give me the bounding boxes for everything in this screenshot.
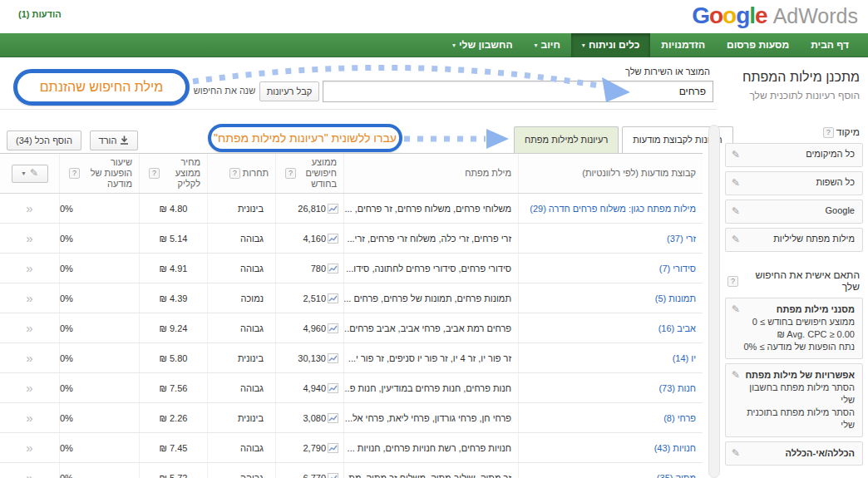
targeting-network[interactable]: ✎ Google: [725, 200, 863, 224]
add-to-plan-chevron-icon[interactable]: «: [26, 321, 32, 335]
change-search-button[interactable]: שנה את החיפוש: [193, 81, 256, 101]
chevron-down-icon: ▾: [582, 42, 585, 49]
trend-chart-icon[interactable]: [328, 204, 338, 214]
trend-chart-icon[interactable]: [328, 473, 338, 478]
avg-searches-cell: 2,790: [275, 433, 343, 462]
add-to-plan-chevron-icon[interactable]: «: [26, 471, 32, 478]
col-header-impression-share: שיעור הופעות של מודעה?: [59, 154, 139, 193]
download-button[interactable]: הורד: [90, 131, 138, 150]
notifications-link[interactable]: הודעות (1): [18, 9, 62, 19]
avg-searches-cell: 30,130: [275, 343, 343, 372]
targeting-locations[interactable]: ✎ כל המיקומים: [725, 143, 863, 167]
trend-chart-icon[interactable]: [328, 383, 338, 393]
get-ideas-button[interactable]: קבל רעיונות: [259, 81, 319, 101]
ad-group-link[interactable]: חנות (73): [658, 383, 696, 393]
trend-chart-icon[interactable]: [328, 443, 338, 453]
nav-item-4[interactable]: חיוב▾: [524, 33, 571, 57]
google-adwords-logo: GoogleAdWords: [692, 2, 858, 29]
help-icon[interactable]: ?: [149, 168, 160, 179]
avg-searches-value: 780: [311, 264, 326, 273]
pencil-icon[interactable]: ✎: [732, 303, 740, 315]
avg-searches-value: 4,940: [303, 383, 326, 393]
keyword-filters-box[interactable]: ✎ מסנני מילות מפתח ממוצע חיפושים בחודש ≥…: [725, 298, 863, 359]
help-icon[interactable]: ?: [69, 168, 80, 179]
add-to-plan-chevron-icon[interactable]: «: [26, 381, 32, 395]
col-header-avg-searches: ממוצע חיפושים בחודש?: [275, 154, 343, 193]
ad-group-link[interactable]: מילות מפתח כגון: משלוח פרחים חדרה (29): [530, 204, 696, 214]
trend-chart-icon[interactable]: [328, 353, 338, 363]
table-row: יו (14) זר פור יו, זר 4 יו, זר פור יו סנ…: [0, 343, 703, 373]
add-to-plan-chevron-icon[interactable]: «: [26, 261, 32, 275]
scrollbar[interactable]: [708, 125, 720, 478]
nav-item-2[interactable]: הזדמנויות: [650, 33, 716, 57]
table-row: חנות (73) חנות פרחים, חנות פרחים במודיעי…: [0, 373, 703, 403]
help-icon[interactable]: ?: [285, 168, 296, 179]
search-input[interactable]: [323, 81, 713, 102]
trend-chart-icon[interactable]: [328, 323, 338, 333]
pencil-icon[interactable]: ✎: [732, 447, 740, 459]
pencil-icon[interactable]: ✎: [732, 177, 740, 189]
add-to-plan-chevron-icon[interactable]: «: [26, 411, 32, 425]
page-title: מתכנן מילות המפתח: [742, 70, 860, 85]
keywords-cell: חנות פרחים, חנות פרחים במודיעין, חנות פ.…: [343, 373, 518, 402]
impression-share-cell: 0%: [59, 194, 139, 223]
impression-share-cell: 0%: [59, 313, 139, 342]
trend-chart-icon[interactable]: [328, 293, 338, 303]
pencil-icon[interactable]: ✎: [732, 369, 740, 381]
keyword-options-box[interactable]: ✎ אפשרויות של מילות מפתח הסתר מילות מפתח…: [725, 363, 863, 437]
adwords-logo-text: AdWords: [773, 4, 858, 27]
avg-searches-cell: 780: [275, 254, 343, 283]
ad-group-link[interactable]: תמונות (5): [655, 293, 696, 303]
add-to-plan-chevron-icon[interactable]: «: [26, 201, 32, 215]
targeting-languages[interactable]: ✎ כל השפות: [725, 171, 863, 195]
include-exclude-box[interactable]: ✎ הכללה/אי-הכללה: [725, 441, 863, 466]
add-to-plan-chevron-icon[interactable]: «: [26, 441, 32, 455]
keyword-options-title: אפשרויות של מילות מפתח: [733, 369, 855, 382]
nav-item-3[interactable]: כלים וניתוח▾: [571, 33, 650, 57]
keywords-cell: משלוחי פרחים, משלוח פרחים, זר פרחים, ...: [343, 194, 518, 223]
keywords-cell: תמונות פרחים, תמונות של פרחים, פרחים ...: [343, 283, 518, 313]
impression-share-cell: 0%: [59, 283, 139, 313]
ad-group-link[interactable]: זרי (37): [667, 234, 696, 244]
help-icon[interactable]: ?: [727, 276, 738, 287]
filter-monthly-searches: ממוצע חיפושים בחודש ≥ 0: [733, 316, 855, 328]
trend-chart-icon[interactable]: [328, 234, 338, 244]
avg-searches-cell: 26,810: [275, 194, 343, 223]
ad-group-link[interactable]: חנויות (43): [654, 443, 696, 453]
add-all-button[interactable]: הוסף הכל (34): [7, 131, 81, 150]
pencil-icon[interactable]: ✎: [732, 205, 740, 217]
trend-chart-icon[interactable]: [328, 264, 338, 273]
columns-edit-button[interactable]: ✎ ▼: [12, 165, 48, 183]
avg-searches-value: 3,080: [303, 413, 326, 423]
add-to-plan-chevron-icon[interactable]: «: [26, 231, 32, 245]
ad-group-link[interactable]: יו (14): [673, 353, 696, 363]
avg-cpc-value: ₪ 4.91: [160, 264, 188, 273]
col-header-keyword: מילת מפתח: [343, 154, 518, 193]
competition-cell: גבוהה: [207, 433, 275, 462]
nav-item-5[interactable]: החשבון שלי▾: [441, 33, 524, 57]
nav-item-0[interactable]: דף הבית: [800, 33, 860, 57]
pencil-icon[interactable]: ✎: [732, 149, 740, 160]
header-divider: [0, 109, 717, 110]
add-to-plan-chevron-icon[interactable]: «: [26, 351, 32, 365]
ad-group-link[interactable]: פרחי (8): [663, 413, 696, 423]
avg-searches-cell: 4,960: [275, 313, 343, 342]
keywords-cell: זר פור יו, זר 4 יו, זר פור יו סניפים, זר…: [343, 343, 518, 372]
ad-group-link[interactable]: סידורי (7): [659, 264, 696, 273]
add-to-plan-chevron-icon[interactable]: «: [26, 291, 32, 305]
competition-cell: בינונית: [207, 403, 275, 432]
dotted-arrow-to-tab: [401, 127, 514, 150]
pencil-icon[interactable]: ✎: [732, 234, 740, 245]
help-icon[interactable]: ?: [229, 168, 240, 179]
nav-item-1[interactable]: מסעות פרסום: [716, 33, 800, 57]
ad-group-link[interactable]: מתוק (35): [657, 473, 696, 478]
tab-keyword-ideas[interactable]: רעיונות למילות מפתח: [514, 126, 619, 154]
help-icon[interactable]: ?: [823, 127, 834, 138]
chevron-down-icon: ▼: [21, 168, 27, 179]
trend-chart-icon[interactable]: [328, 413, 338, 423]
targeting-negative-keywords[interactable]: ✎ מילות מפתח שליליות: [725, 228, 863, 252]
ad-group-link[interactable]: אביב (16): [658, 323, 696, 333]
search-field-label: המוצר או השירות שלך: [323, 67, 710, 76]
option-hide-plan-keywords: הסתר מילות מפתח בתוכנית שלי: [733, 407, 855, 431]
avg-cpc-value: ₪ 7.56: [160, 383, 188, 393]
